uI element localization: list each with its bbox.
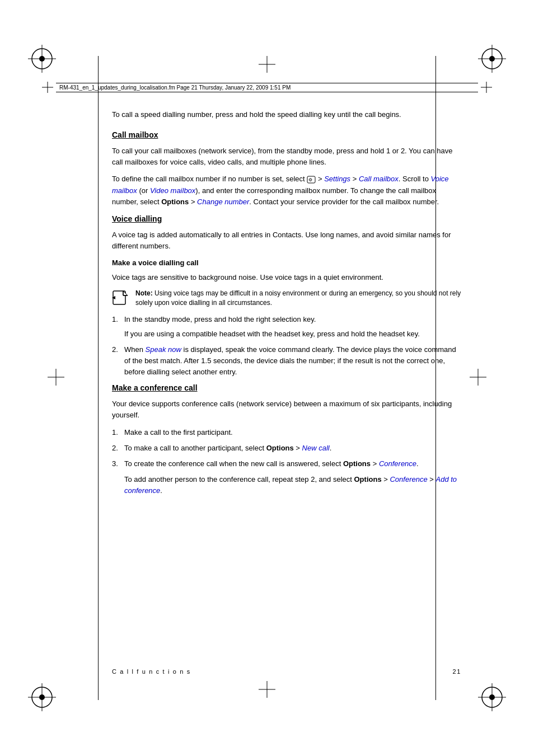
conf-step-num-1: 1.: [112, 427, 124, 438]
voice-dialling-step-1: 1. In the standby mode, press and hold t…: [112, 314, 461, 340]
corner-registration-br: [478, 683, 506, 711]
link-new-call: New call: [302, 444, 330, 452]
step-num-1: 1.: [112, 314, 124, 340]
svg-point-11: [39, 694, 45, 700]
link-call-mailbox: Call mailbox: [359, 175, 399, 183]
svg-point-3: [39, 56, 45, 62]
conference-call-steps: 1. Make a call to the first participant.…: [112, 427, 461, 497]
options-bold-2: Options: [266, 444, 294, 452]
note-label: Note:: [135, 289, 153, 297]
link-change-number: Change number: [197, 198, 249, 206]
section-heading-voice-dialling: Voice dialling: [112, 213, 461, 225]
voice-dialling-steps: 1. In the standby mode, press and hold t…: [112, 314, 461, 378]
page: RM-431_en_1_updates_during_localisation.…: [0, 0, 534, 756]
header-right-crosshair: [481, 82, 492, 94]
step-num-2: 2.: [112, 344, 124, 378]
corner-registration-bl: [28, 683, 56, 711]
footer-right: 21: [452, 668, 461, 675]
svg-marker-34: [112, 296, 115, 299]
corner-registration-tl: [28, 45, 56, 73]
conf-step-content-1: Make a call to the first participant.: [124, 427, 461, 438]
conf-step-content-3: To create the conference call when the n…: [124, 458, 461, 496]
conf-step-num-3: 3.: [112, 458, 124, 496]
left-mid-mark: [48, 369, 64, 388]
header-file-info: RM-431_en_1_updates_during_localisation.…: [59, 84, 291, 91]
step-1-sub: If you are using a compatible headset wi…: [124, 328, 461, 340]
conference-step-1: 1. Make a call to the first participant.: [112, 427, 461, 438]
link-conference: Conference: [379, 459, 416, 468]
options-bold-4: Options: [354, 475, 382, 483]
subsection-heading-voice-dialling-call: Make a voice dialling call: [112, 257, 461, 269]
intro-paragraph: To call a speed dialling number, press a…: [112, 109, 461, 120]
svg-point-15: [489, 694, 495, 700]
corner-registration-tr: [478, 45, 506, 73]
call-mailbox-para1: To call your call mailboxes (network ser…: [112, 145, 461, 168]
section-heading-call-mailbox: Call mailbox: [112, 129, 461, 141]
conference-step-3: 3. To create the conference call when th…: [112, 458, 461, 496]
conference-step-2: 2. To make a call to another participant…: [112, 443, 461, 454]
step-content-1: In the standby mode, press and hold the …: [124, 314, 461, 340]
top-center-mark: [259, 56, 275, 75]
link-video-mailbox: Video mailbox: [150, 186, 195, 195]
header-left-crosshair: [42, 82, 53, 94]
conf-step-num-2: 2.: [112, 443, 124, 454]
options-bold-3: Options: [343, 459, 371, 468]
conf-step-3-sub: To add another person to the conference …: [124, 474, 461, 496]
section-heading-conference-call: Make a conference call: [112, 382, 461, 394]
step-content-2: When Speak now is displayed, speak the v…: [124, 344, 461, 378]
vline-left: [98, 56, 99, 700]
voice-dialling-para1: A voice tag is added automatically to al…: [112, 229, 461, 252]
options-bold-1: Options: [161, 198, 189, 206]
call-mailbox-para2: To define the call mailbox number if no …: [112, 173, 461, 207]
link-speak-now: Speak now: [146, 345, 181, 354]
footer-left: C a l l f u n c t i o n s: [112, 668, 191, 675]
bottom-center-mark: [259, 681, 275, 700]
conf-step-content-2: To make a call to another participant, s…: [124, 443, 461, 454]
note-box: Note: Using voice tags may be difficult …: [112, 289, 461, 308]
svg-point-7: [489, 56, 495, 62]
link-conference-2: Conference: [390, 475, 427, 483]
main-content: To call a speed dialling number, press a…: [112, 109, 461, 501]
note-icon: [112, 290, 130, 306]
voice-dialling-call-intro: Voice tags are sensitive to background n…: [112, 272, 461, 283]
note-text: Note: Using voice tags may be difficult …: [135, 289, 461, 308]
header-bar: RM-431_en_1_updates_during_localisation.…: [56, 83, 478, 92]
right-mid-mark: [470, 369, 486, 388]
svg-text:⚙: ⚙: [308, 177, 312, 182]
conference-call-intro: Your device supports conference calls (n…: [112, 398, 461, 421]
link-settings: Settings: [324, 175, 350, 183]
voice-dialling-step-2: 2. When Speak now is displayed, speak th…: [112, 344, 461, 378]
footer: C a l l f u n c t i o n s 21: [112, 668, 461, 675]
